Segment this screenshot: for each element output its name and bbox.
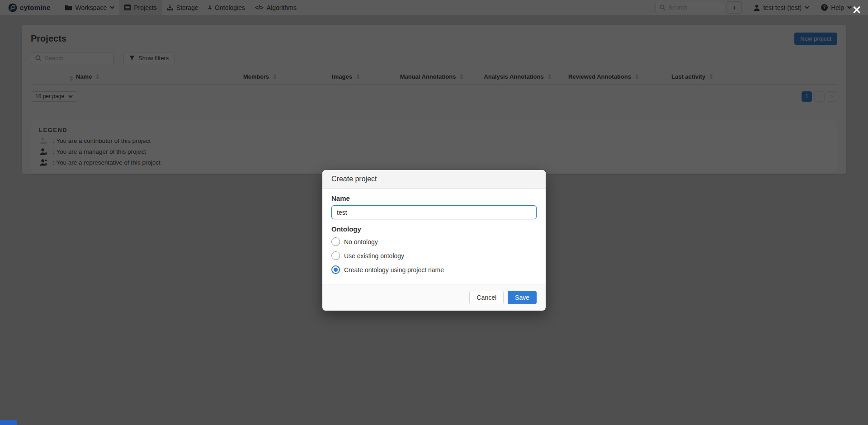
radio-icon	[331, 251, 340, 260]
name-field-label: Name	[331, 194, 537, 202]
modal-body: Name Ontology No ontology Use existing o…	[322, 189, 546, 284]
radio-icon	[331, 265, 340, 274]
radio-label: No ontology	[344, 238, 378, 246]
modal-title: Create project	[331, 175, 537, 183]
modal-close-icon[interactable]: ×	[852, 4, 862, 15]
radio-label: Use existing ontology	[344, 252, 404, 260]
bottom-left-blue-bar	[0, 420, 17, 425]
radio-use-existing-ontology[interactable]: Use existing ontology	[331, 249, 537, 263]
radio-create-ontology-from-project-name[interactable]: Create ontology using project name	[331, 263, 537, 277]
cancel-button[interactable]: Cancel	[469, 291, 504, 304]
create-project-modal: Create project Name Ontology No ontology…	[322, 170, 546, 311]
radio-no-ontology[interactable]: No ontology	[331, 235, 537, 249]
save-button[interactable]: Save	[508, 291, 537, 304]
radio-label: Create ontology using project name	[344, 266, 444, 274]
modal-header: Create project	[322, 170, 546, 189]
ontology-field-label: Ontology	[331, 225, 537, 233]
radio-icon	[331, 237, 340, 246]
project-name-input[interactable]	[331, 205, 537, 219]
modal-footer: Cancel Save	[322, 284, 546, 311]
